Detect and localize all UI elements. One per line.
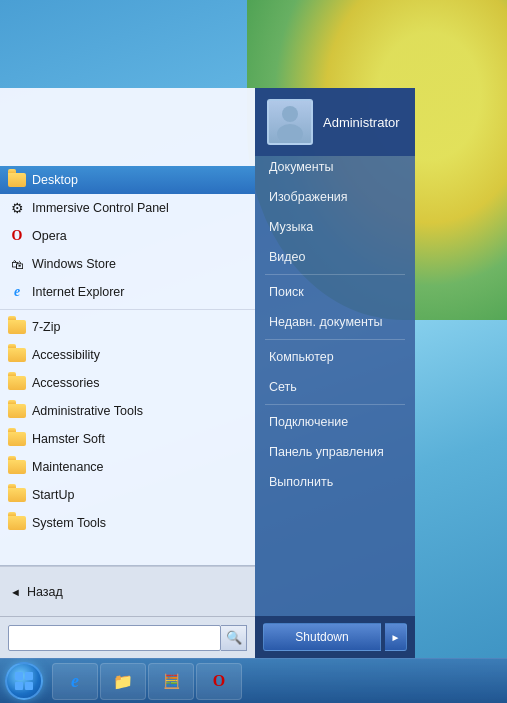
shutdown-bar: Shutdown ► [255, 616, 415, 658]
menu-item-administrative-tools[interactable]: Administrative Tools [0, 397, 255, 425]
right-menu-documents[interactable]: Документы [255, 152, 415, 182]
shutdown-arrow-button[interactable]: ► [385, 623, 407, 651]
menu-item-system-tools[interactable]: System Tools [0, 509, 255, 537]
right-menu-recent[interactable]: Недавн. документы [255, 307, 415, 337]
user-name: Administrator [323, 115, 400, 130]
taskbar-calc-icon: 🧮 [163, 673, 180, 689]
folder-icon [8, 171, 26, 189]
svg-rect-2 [15, 672, 23, 680]
7zip-folder-icon [8, 318, 26, 336]
start-menu-right-panel: Administrator Документы Изображения Музы… [255, 88, 415, 658]
right-menu-run[interactable]: Выполнить [255, 467, 415, 497]
right-menu-network[interactable]: Сеть [255, 372, 415, 402]
taskbar-items: e 📁 🧮 O [48, 659, 246, 703]
taskbar-ie-icon: e [71, 671, 79, 692]
start-menu: Desktop ⚙ Immersive Control Panel O Oper… [0, 88, 415, 658]
svg-rect-3 [25, 672, 33, 680]
accessories-folder-icon [8, 374, 26, 392]
back-button[interactable]: ◄ Назад [10, 585, 63, 599]
avatar-icon [274, 104, 306, 140]
desktop: Desktop ⚙ Immersive Control Panel O Oper… [0, 0, 507, 703]
menu-item-opera[interactable]: O Opera [0, 222, 255, 250]
ie-icon: e [8, 283, 26, 301]
menu-item-desktop[interactable]: Desktop [0, 166, 255, 194]
right-menu-music[interactable]: Музыка [255, 212, 415, 242]
menu-item-accessories[interactable]: Accessories [0, 369, 255, 397]
start-button[interactable] [0, 659, 48, 704]
taskbar-calculator[interactable]: 🧮 [148, 663, 194, 700]
menu-item-windows-store[interactable]: 🛍 Windows Store [0, 250, 255, 278]
right-menu-connect[interactable]: Подключение [255, 407, 415, 437]
right-divider-2 [265, 339, 405, 340]
taskbar-ie[interactable]: e [52, 663, 98, 700]
right-menu-computer[interactable]: Компьютер [255, 342, 415, 372]
start-menu-list: Desktop ⚙ Immersive Control Panel O Oper… [0, 158, 255, 565]
taskbar: e 📁 🧮 O [0, 658, 507, 703]
search-input[interactable] [8, 625, 221, 651]
user-avatar [267, 99, 313, 145]
admin-folder-icon [8, 402, 26, 420]
svg-rect-5 [25, 682, 33, 690]
start-menu-left-panel: Desktop ⚙ Immersive Control Panel O Oper… [0, 88, 255, 658]
menu-item-hamster-soft[interactable]: Hamster Soft [0, 425, 255, 453]
start-menu-back-bar: ◄ Назад [0, 566, 255, 616]
taskbar-opera[interactable]: O [196, 663, 242, 700]
svg-point-1 [277, 124, 303, 140]
taskbar-explorer[interactable]: 📁 [100, 663, 146, 700]
right-menu-items: Документы Изображения Музыка Видео Поиск… [255, 148, 415, 497]
right-divider-3 [265, 404, 405, 405]
menu-divider [0, 309, 255, 310]
svg-rect-4 [15, 682, 23, 690]
menu-item-internet-explorer[interactable]: e Internet Explorer [0, 278, 255, 306]
hamster-folder-icon [8, 430, 26, 448]
search-button[interactable]: 🔍 [221, 625, 247, 651]
menu-item-7zip[interactable]: 7-Zip [0, 313, 255, 341]
right-menu-search[interactable]: Поиск [255, 277, 415, 307]
menu-item-control-panel[interactable]: ⚙ Immersive Control Panel [0, 194, 255, 222]
right-menu-images[interactable]: Изображения [255, 182, 415, 212]
store-icon: 🛍 [8, 255, 26, 273]
opera-icon: O [8, 227, 26, 245]
windows-logo-icon [13, 670, 35, 692]
menu-item-maintenance[interactable]: Maintenance [0, 453, 255, 481]
accessibility-folder-icon [8, 346, 26, 364]
startup-folder-icon [8, 486, 26, 504]
menu-item-accessibility[interactable]: Accessibility [0, 341, 255, 369]
svg-point-0 [282, 106, 298, 122]
right-menu-video[interactable]: Видео [255, 242, 415, 272]
system-tools-folder-icon [8, 514, 26, 532]
user-area: Administrator [255, 88, 415, 156]
search-icon: 🔍 [226, 630, 242, 645]
start-orb [5, 662, 43, 700]
right-menu-control-panel[interactable]: Панель управления [255, 437, 415, 467]
search-bar: 🔍 [0, 616, 255, 658]
menu-item-startup[interactable]: StartUp [0, 481, 255, 509]
shutdown-button[interactable]: Shutdown [263, 623, 381, 651]
taskbar-folder-icon: 📁 [113, 672, 133, 691]
gear-icon: ⚙ [8, 199, 26, 217]
taskbar-opera-icon: O [213, 672, 225, 690]
arrow-right-icon: ► [391, 632, 401, 643]
right-divider-1 [265, 274, 405, 275]
back-arrow-icon: ◄ [10, 586, 21, 598]
maintenance-folder-icon [8, 458, 26, 476]
